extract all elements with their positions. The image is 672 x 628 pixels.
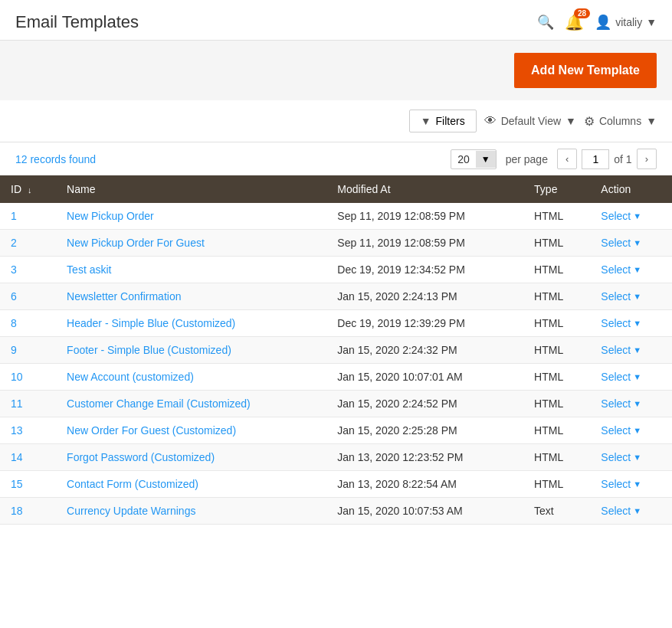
filter-bar: ▼ Filters 👁 Default View ▼ ⚙ Columns ▼ (0, 100, 672, 142)
name-link[interactable]: Contact Form (Customized) (67, 478, 198, 490)
name-link[interactable]: New Account (customized) (67, 371, 194, 383)
columns-button[interactable]: ⚙ Columns ▼ (584, 114, 657, 129)
cell-modified-at: Jan 15, 2020 2:24:32 PM (326, 337, 523, 364)
per-page-dropdown-button[interactable]: ▼ (476, 151, 496, 168)
name-link[interactable]: New Pickup Order (67, 210, 154, 222)
name-link[interactable]: Forgot Password (Customized) (67, 451, 215, 463)
select-action-button[interactable]: Select ▼ (601, 263, 661, 276)
id-link[interactable]: 18 (11, 505, 23, 517)
user-dropdown-arrow: ▼ (646, 16, 657, 28)
action-dropdown-arrow: ▼ (633, 372, 641, 381)
cell-id: 18 (0, 498, 56, 525)
select-action-button[interactable]: Select ▼ (601, 317, 661, 329)
id-link[interactable]: 2 (11, 237, 17, 249)
id-link[interactable]: 13 (11, 424, 23, 437)
cell-name: New Pickup Order (56, 203, 326, 230)
cell-modified-at: Jan 15, 2020 10:07:53 AM (326, 498, 523, 525)
per-page-select[interactable]: 20 ▼ (451, 149, 496, 169)
per-page-label: per page (506, 153, 548, 165)
select-action-button[interactable]: Select ▼ (601, 505, 661, 517)
page-title: Email Templates (15, 12, 139, 32)
select-action-button[interactable]: Select ▼ (601, 237, 661, 249)
col-id[interactable]: ID ↓ (0, 175, 56, 203)
select-action-button[interactable]: Select ▼ (601, 371, 661, 383)
default-view-button[interactable]: 👁 Default View ▼ (484, 114, 576, 128)
cell-modified-at: Jan 13, 2020 12:23:52 PM (326, 444, 523, 471)
name-link[interactable]: Newsletter Confirmation (67, 290, 181, 303)
cell-name: Currency Update Warnings (56, 498, 326, 525)
id-link[interactable]: 10 (11, 371, 23, 383)
id-link[interactable]: 1 (11, 210, 17, 222)
id-link[interactable]: 11 (11, 397, 23, 410)
cell-type: HTML (523, 391, 590, 417)
header-right: 🔍 🔔 28 👤 vitaliy ▼ (537, 13, 657, 31)
total-pages-label: of 1 (614, 153, 631, 165)
cell-id: 13 (0, 417, 56, 444)
select-action-button[interactable]: Select ▼ (601, 397, 661, 410)
id-link[interactable]: 14 (11, 451, 23, 463)
table-row: 1New Pickup OrderSep 11, 2019 12:08:59 P… (0, 203, 672, 230)
table-row: 18Currency Update WarningsJan 15, 2020 1… (0, 498, 672, 525)
select-action-button[interactable]: Select ▼ (601, 424, 661, 437)
cell-type: HTML (523, 417, 590, 444)
table-body: 1New Pickup OrderSep 11, 2019 12:08:59 P… (0, 203, 672, 525)
cell-modified-at: Dec 19, 2019 12:34:52 PM (326, 257, 523, 283)
select-action-button[interactable]: Select ▼ (601, 290, 661, 303)
sort-arrow-id: ↓ (28, 185, 32, 195)
id-link[interactable]: 15 (11, 478, 23, 490)
cell-action: Select ▼ (590, 203, 672, 230)
filters-label: Filters (436, 115, 465, 127)
columns-label: Columns (599, 115, 641, 127)
select-action-button[interactable]: Select ▼ (601, 344, 661, 356)
id-link[interactable]: 8 (11, 317, 17, 329)
cell-name: New Order For Guest (Customized) (56, 417, 326, 444)
cell-type: HTML (523, 337, 590, 364)
col-name: Name (56, 175, 326, 203)
table-header: ID ↓ Name Modified At Type Action (0, 175, 672, 203)
name-link[interactable]: New Pickup Order For Guest (67, 237, 205, 249)
cell-modified-at: Jan 15, 2020 10:07:01 AM (326, 364, 523, 391)
id-link[interactable]: 6 (11, 290, 17, 303)
table-row: 9Footer - Simple Blue (Customized)Jan 15… (0, 337, 672, 364)
select-action-button[interactable]: Select ▼ (601, 451, 661, 463)
cell-name: Header - Simple Blue (Customized) (56, 310, 326, 337)
action-dropdown-arrow: ▼ (633, 265, 641, 274)
col-type: Type (523, 175, 590, 203)
select-action-button[interactable]: Select ▼ (601, 210, 661, 222)
cell-action: Select ▼ (590, 283, 672, 310)
cell-type: HTML (523, 283, 590, 310)
search-button[interactable]: 🔍 (537, 14, 554, 31)
cell-id: 1 (0, 203, 56, 230)
name-link[interactable]: Currency Update Warnings (67, 505, 195, 517)
filters-button[interactable]: ▼ Filters (409, 110, 477, 132)
cell-name: Forgot Password (Customized) (56, 444, 326, 471)
id-link[interactable]: 9 (11, 344, 17, 356)
search-icon: 🔍 (537, 15, 554, 30)
page-number-input[interactable] (582, 149, 609, 169)
user-menu[interactable]: 👤 vitaliy ▼ (595, 14, 657, 31)
cell-action: Select ▼ (590, 391, 672, 417)
name-link[interactable]: Test askit (67, 263, 111, 276)
table-row: 14Forgot Password (Customized)Jan 13, 20… (0, 444, 672, 471)
action-dropdown-arrow: ▼ (633, 319, 641, 328)
cell-id: 6 (0, 283, 56, 310)
cell-name: Footer - Simple Blue (Customized) (56, 337, 326, 364)
user-name: vitaliy (615, 16, 642, 28)
add-new-template-button[interactable]: Add New Template (514, 53, 657, 88)
id-link[interactable]: 3 (11, 263, 17, 276)
next-page-button[interactable]: › (637, 149, 657, 169)
name-link[interactable]: Customer Change Email (Customized) (67, 397, 251, 410)
cell-name: Customer Change Email (Customized) (56, 391, 326, 417)
col-action: Action (590, 175, 672, 203)
name-link[interactable]: New Order For Guest (Customized) (67, 424, 236, 437)
notification-bell[interactable]: 🔔 28 (565, 13, 584, 31)
name-link[interactable]: Header - Simple Blue (Customized) (67, 317, 235, 329)
select-action-button[interactable]: Select ▼ (601, 478, 661, 490)
action-dropdown-arrow: ▼ (633, 479, 641, 489)
table-row: 2New Pickup Order For GuestSep 11, 2019 … (0, 230, 672, 257)
cell-type: HTML (523, 444, 590, 471)
action-dropdown-arrow: ▼ (633, 399, 641, 408)
table-row: 15Contact Form (Customized)Jan 13, 2020 … (0, 471, 672, 498)
name-link[interactable]: Footer - Simple Blue (Customized) (67, 344, 231, 356)
prev-page-button[interactable]: ‹ (557, 149, 577, 169)
